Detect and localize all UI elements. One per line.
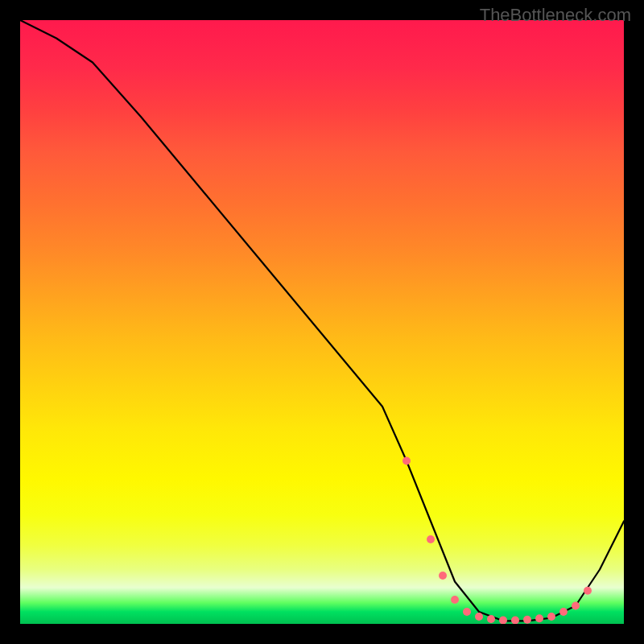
- marker-dot: [572, 602, 580, 610]
- marker-dot: [547, 613, 555, 621]
- marker-dot: [451, 596, 459, 604]
- marker-dot: [427, 535, 435, 543]
- curve-markers: [402, 457, 592, 625]
- marker-dot: [463, 608, 471, 616]
- marker-dot: [499, 617, 507, 625]
- marker-dot: [535, 614, 543, 622]
- curve-line: [20, 20, 624, 621]
- marker-dot: [487, 615, 495, 623]
- chart-svg: [20, 20, 624, 624]
- marker-dot: [559, 608, 568, 616]
- chart-plot-area: [20, 20, 624, 624]
- marker-dot: [439, 572, 447, 580]
- marker-dot: [402, 457, 411, 465]
- marker-dot: [475, 613, 483, 621]
- watermark-text: TheBottleneck.com: [480, 5, 631, 26]
- marker-dot: [511, 617, 519, 625]
- marker-dot: [584, 587, 592, 595]
- marker-dot: [523, 616, 531, 624]
